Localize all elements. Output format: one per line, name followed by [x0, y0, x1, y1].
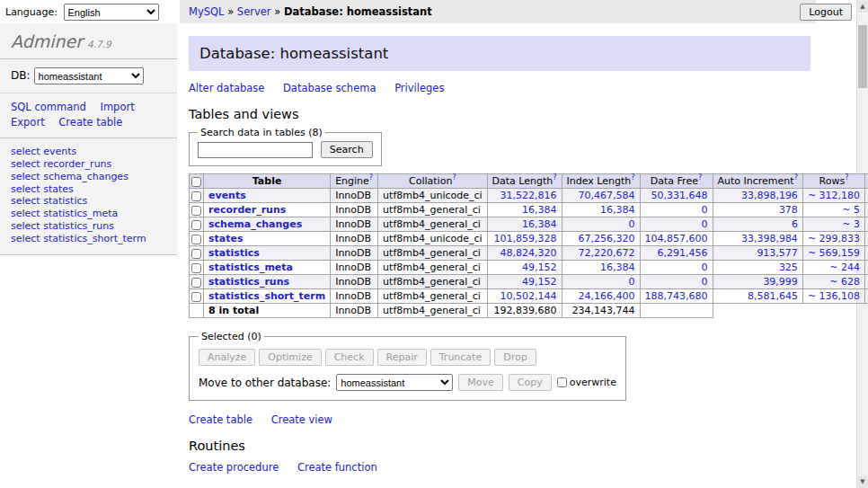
drop-button[interactable]: Drop: [494, 349, 536, 366]
cell-data-free-link[interactable]: 50,331,648: [651, 190, 708, 201]
cell-data-free-link[interactable]: 0: [702, 262, 708, 273]
cell-index-length-link[interactable]: 24,166,400: [579, 290, 635, 302]
table-name-link[interactable]: statistics_short_term: [208, 290, 325, 302]
sidebar-item-select-statistics-runs[interactable]: select statistics_runs: [11, 221, 166, 233]
row-checkbox[interactable]: [191, 249, 201, 259]
search-button[interactable]: Search: [321, 141, 373, 158]
cell-index-length-link[interactable]: 72,220,672: [579, 247, 635, 259]
row-checkbox[interactable]: [191, 206, 201, 216]
cell-data-length-link[interactable]: 31,522,816: [500, 190, 557, 201]
row-checkbox[interactable]: [191, 263, 201, 273]
sidebar-item-select-statistics-short-term[interactable]: select statistics_short_term: [11, 234, 166, 245]
cell-auto-increment-link[interactable]: 33,398,984: [741, 233, 798, 244]
link-create-procedure[interactable]: Create procedure: [189, 461, 279, 474]
cell-data-length-link[interactable]: 49,152: [522, 276, 557, 288]
row-checkbox[interactable]: [191, 220, 201, 230]
cell-data-length-link[interactable]: 10,502,144: [500, 290, 557, 302]
help-link[interactable]: ?: [845, 173, 848, 182]
sidebar-item-select-recorder-runs[interactable]: select recorder_runs: [11, 159, 166, 171]
table-name-link[interactable]: recorder_runs: [208, 204, 286, 216]
analyze-button[interactable]: Analyze: [199, 349, 255, 366]
table-name-link[interactable]: statistics_meta: [208, 262, 293, 273]
table-name-link[interactable]: states: [208, 233, 244, 244]
help-link[interactable]: ?: [452, 173, 456, 182]
cell-data-free-link[interactable]: 0: [702, 204, 708, 216]
help-link[interactable]: ?: [698, 173, 702, 182]
table-name-link[interactable]: schema_changes: [208, 218, 302, 230]
copy-button[interactable]: Copy: [509, 374, 552, 391]
row-checkbox[interactable]: [191, 191, 201, 201]
help-link[interactable]: ?: [553, 173, 556, 182]
cell-data-length-link[interactable]: 16,384: [522, 218, 557, 230]
cell-data-length-link[interactable]: 101,859,328: [494, 233, 557, 244]
cell-index-length-link[interactable]: 16,384: [600, 204, 635, 216]
cell-auto-increment-link[interactable]: 325: [779, 262, 798, 273]
sidebar-item-select-states[interactable]: select states: [11, 184, 166, 196]
sidebar-item-select-statistics-meta[interactable]: select statistics_meta: [11, 209, 166, 220]
scroll-down-icon[interactable]: ▼: [857, 475, 868, 488]
cell-data-free-link[interactable]: 0: [702, 218, 708, 230]
row-checkbox[interactable]: [191, 235, 201, 244]
db-select[interactable]: homeassistant: [34, 67, 144, 84]
cell-index-length-link[interactable]: 0: [629, 276, 635, 288]
table-name-link[interactable]: statistics_runs: [208, 276, 289, 288]
link-database-schema[interactable]: Database schema: [283, 82, 376, 94]
breadcrumb-link-mysql[interactable]: MySQL: [189, 5, 225, 18]
help-link[interactable]: ?: [631, 173, 634, 182]
cell-auto-increment-link[interactable]: 39,999: [763, 276, 798, 288]
cell-auto-increment-link[interactable]: 8,581,645: [748, 290, 798, 302]
cell-data-length-link[interactable]: 49,152: [522, 262, 557, 273]
cell-rows-link[interactable]: ~ 5: [842, 204, 860, 216]
sidebar-item-select-schema-changes[interactable]: select schema_changes: [11, 172, 166, 183]
search-input[interactable]: [198, 142, 313, 158]
cell-rows-link[interactable]: ~ 3: [842, 218, 860, 230]
sidebar-item-select-events[interactable]: select events: [11, 146, 166, 158]
cell-rows-link[interactable]: ~ 569,159: [808, 247, 860, 259]
table-name-link[interactable]: statistics: [208, 247, 260, 259]
link-create-view[interactable]: Create view: [271, 413, 332, 426]
sidebar-action-export[interactable]: Export: [11, 116, 45, 129]
move-database-select[interactable]: homeassistant: [336, 374, 453, 391]
cell-rows-link[interactable]: ~ 136,108: [808, 290, 860, 302]
cell-rows-link[interactable]: ~ 299,833: [808, 233, 860, 244]
truncate-button[interactable]: Truncate: [430, 349, 491, 366]
cell-index-length-link[interactable]: 16,384: [600, 262, 635, 273]
help-link[interactable]: ?: [369, 173, 373, 182]
move-button[interactable]: Move: [458, 374, 503, 391]
sidebar-action-sql-command[interactable]: SQL command: [11, 101, 86, 113]
cell-rows-link[interactable]: ~ 244: [829, 262, 860, 273]
cell-auto-increment-link[interactable]: 33,898,196: [741, 190, 798, 201]
sidebar-action-import[interactable]: Import: [100, 101, 134, 113]
cell-auto-increment-link[interactable]: 378: [779, 204, 798, 216]
cell-data-free-link[interactable]: 0: [702, 276, 708, 288]
cell-index-length-link[interactable]: 0: [629, 218, 635, 230]
check-button[interactable]: Check: [325, 349, 374, 366]
optimize-button[interactable]: Optimize: [259, 349, 321, 366]
link-alter-database[interactable]: Alter database: [189, 82, 264, 94]
help-link[interactable]: ?: [794, 173, 798, 182]
scrollbar-thumb[interactable]: [858, 25, 867, 88]
row-checkbox[interactable]: [191, 292, 201, 302]
scroll-up-icon[interactable]: ▲: [857, 0, 868, 13]
cell-data-free-link[interactable]: 6,291,456: [658, 247, 708, 259]
sidebar-action-create-table[interactable]: Create table: [58, 116, 122, 129]
overwrite-checkbox[interactable]: [557, 377, 567, 387]
table-name-link[interactable]: events: [208, 190, 246, 201]
cell-index-length-link[interactable]: 70,467,584: [579, 190, 635, 201]
cell-rows-link[interactable]: ~ 312,180: [808, 190, 860, 201]
sidebar-item-select-statistics[interactable]: select statistics: [11, 196, 166, 208]
language-select[interactable]: English: [64, 4, 159, 21]
breadcrumb-link-server[interactable]: Server: [237, 5, 271, 18]
select-all-checkbox[interactable]: [191, 177, 201, 187]
cell-data-length-link[interactable]: 16,384: [522, 204, 557, 216]
cell-auto-increment-link[interactable]: 913,577: [757, 247, 798, 259]
link-privileges[interactable]: Privileges: [394, 82, 444, 94]
logout-button[interactable]: Logout: [800, 4, 852, 21]
row-checkbox[interactable]: [191, 278, 201, 288]
link-create-table[interactable]: Create table: [189, 413, 252, 426]
cell-auto-increment-link[interactable]: 6: [792, 218, 798, 230]
cell-data-free-link[interactable]: 188,743,680: [645, 290, 708, 302]
repair-button[interactable]: Repair: [377, 349, 427, 366]
cell-rows-link[interactable]: ~ 628: [829, 276, 860, 288]
cell-data-free-link[interactable]: 104,857,600: [645, 233, 708, 244]
